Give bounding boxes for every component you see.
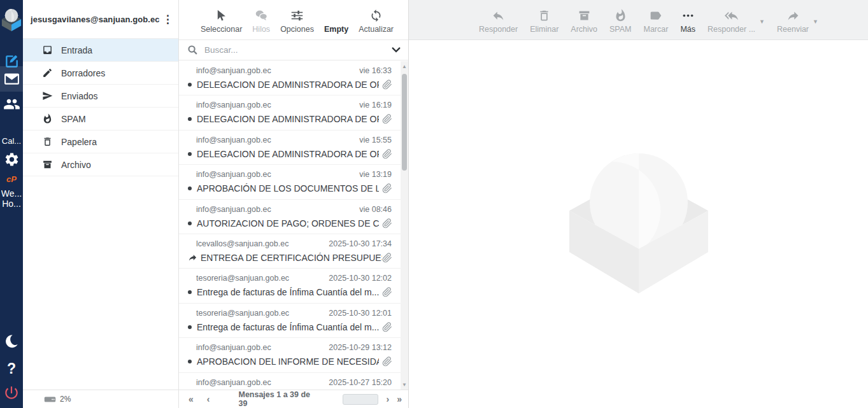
folder-label: Archivo [61,160,91,170]
message-sender: lcevallos@sanjuan.gob.ec [196,239,288,248]
list-scrollbar[interactable]: ▲ ▼ [401,61,408,390]
message-list: info@sanjuan.gob.ec vie 16:33 DELEGACION… [179,61,408,390]
message-date: vie 08:46 [359,205,392,214]
spam-button[interactable]: SPAM [609,9,632,34]
attachment-paperclip-icon [382,322,392,332]
webmail-home-nav-item[interactable]: We... Ho... [0,188,23,209]
select-button[interactable]: Seleccionar [201,9,242,34]
calendar-label: Cal... [2,136,21,146]
message-list-item[interactable]: info@sanjuan.gob.ec 2025-10-29 13:12 APR… [179,338,408,372]
spam-label: SPAM [609,25,632,34]
unread-dot-icon [188,186,192,190]
options-button[interactable]: Opciones [280,9,314,34]
reply-button[interactable]: Responder [479,9,518,34]
message-list-item[interactable]: tesoreria@sanjuan.gob.ec 2025-10-30 12:0… [179,269,408,303]
mail-nav-icon[interactable] [0,66,23,92]
message-subject: AUTORIZACION DE PAGO; ORDENES DE CO... [197,218,379,229]
pagination-bar: « ‹ Mensajes 1 a 39 de 39 › » [179,390,408,408]
message-sender: info@sanjuan.gob.ec [196,378,271,387]
message-toolbar: Responder Eliminar Archivo SPAM Marcar M… [409,0,868,40]
forward-button[interactable]: Reenviar [777,9,809,34]
quota-percent: 2% [60,395,71,404]
message-date: vie 15:55 [359,136,392,144]
options-label: Opciones [280,25,314,34]
empty-button[interactable]: Empty [324,25,348,34]
message-subject: DELEGACION DE ADMINISTRADORA DE OR... [197,114,379,124]
forward-caret-icon[interactable]: ▼ [813,18,818,25]
sliders-icon [290,9,304,22]
refresh-icon [369,9,383,22]
settings-gear-icon[interactable] [0,151,23,167]
refresh-label: Actualizar [359,25,394,34]
threads-label: Hilos [252,25,270,34]
archive-button[interactable]: Archivo [571,9,597,34]
folder-item-spam[interactable]: SPAM [23,108,178,130]
account-bar: jesusgavilanes@sanjuan.gob.ec ⋮ [23,0,178,39]
search-bar[interactable]: Buscar... [179,40,408,60]
search-options-chevron-down-icon[interactable] [392,47,401,53]
message-sender: info@sanjuan.gob.ec [196,101,271,109]
message-date: 2025-10-27 15:20 [329,378,392,387]
message-subject: APROBACION DEL INFORME DE NECESIDA... [197,356,379,367]
unread-dot-icon [188,290,192,294]
calendar-nav-item[interactable]: Cal... [0,136,23,146]
help-icon[interactable]: ? [0,360,23,377]
message-list-item[interactable]: info@sanjuan.gob.ec vie 16:33 DELEGACION… [179,61,408,95]
folder-item-archivo[interactable]: Archivo [23,153,178,176]
folder-item-papelera[interactable]: Papelera [23,130,178,153]
prev-page-button[interactable]: ‹ [207,395,210,404]
folder-label: Entrada [61,45,92,55]
last-page-button[interactable]: » [397,395,402,404]
message-list-item[interactable]: tesoreria@sanjuan.gob.ec 2025-10-30 12:0… [179,304,408,338]
archive-icon [42,159,53,170]
quota-bar: 2% [23,390,178,408]
scroll-up-arrow-icon[interactable]: ▲ [401,62,408,70]
folder-label: Borradores [61,68,105,78]
mark-button[interactable]: Marcar [644,9,669,34]
message-list-item[interactable]: info@sanjuan.gob.ec 2025-10-27 15:20 [179,373,408,390]
logout-power-icon[interactable] [0,384,23,401]
cpanel-logo[interactable]: cP [0,174,23,184]
message-list-item[interactable]: info@sanjuan.gob.ec vie 15:55 DELEGACION… [179,130,408,165]
message-subject: ENTREGA DE CERTIFICACIÓN PRESUPUEST... [201,253,382,263]
more-button[interactable]: Más [680,9,695,34]
delete-label: Eliminar [530,25,559,34]
message-list-item[interactable]: info@sanjuan.gob.ec vie 13:19 APROBACIÓN… [179,165,408,199]
reply-list-button[interactable]: Responder ... [708,9,755,34]
mark-label: Marcar [644,25,669,34]
app-rail: Cal... cP We... Ho... ? [0,0,23,408]
forwarded-arrow-icon [188,253,197,262]
folder-item-enviados[interactable]: Enviados [23,85,178,108]
attachment-paperclip-icon [382,183,392,193]
forward-label: Reenviar [777,25,809,34]
contacts-icon[interactable] [0,95,23,113]
attachment-paperclip-icon [382,218,392,229]
account-email: jesusgavilanes@sanjuan.gob.ec [31,15,160,24]
content-pane: Responder Eliminar Archivo SPAM Marcar M… [408,0,868,408]
page-number-input[interactable] [343,394,378,405]
trash-icon [42,136,53,147]
flame-icon [42,113,53,124]
scrollbar-thumb[interactable] [402,74,407,171]
inbox-icon [42,45,53,55]
reply-list-caret-icon[interactable]: ▼ [759,18,765,25]
next-page-button[interactable]: › [387,395,390,404]
message-subject: DELEGACION DE ADMINISTRADORA DE OR... [197,80,379,90]
attachment-paperclip-icon [382,114,392,124]
account-options-dots-icon[interactable]: ⋮ [160,14,176,25]
threads-button[interactable]: Hilos [252,9,270,34]
message-list-item[interactable]: info@sanjuan.gob.ec vie 08:46 AUTORIZACI… [179,200,408,234]
refresh-button[interactable]: Actualizar [359,9,394,34]
delete-button[interactable]: Eliminar [530,9,559,34]
folder-column: jesusgavilanes@sanjuan.gob.ec ⋮ Entrada … [23,0,179,408]
folder-item-entrada[interactable]: Entrada [23,39,178,62]
scroll-down-arrow-icon[interactable]: ▼ [401,381,408,388]
message-list-item[interactable]: lcevallos@sanjuan.gob.ec 2025-10-30 17:3… [179,234,408,269]
search-icon [187,45,198,55]
dark-mode-moon-icon[interactable] [0,334,23,349]
first-page-button[interactable]: « [189,395,194,404]
folder-item-borradores[interactable]: Borradores [23,62,178,85]
trash-icon [537,9,551,22]
unread-dot-icon [188,152,192,156]
message-list-item[interactable]: info@sanjuan.gob.ec vie 16:19 DELEGACION… [179,95,408,130]
